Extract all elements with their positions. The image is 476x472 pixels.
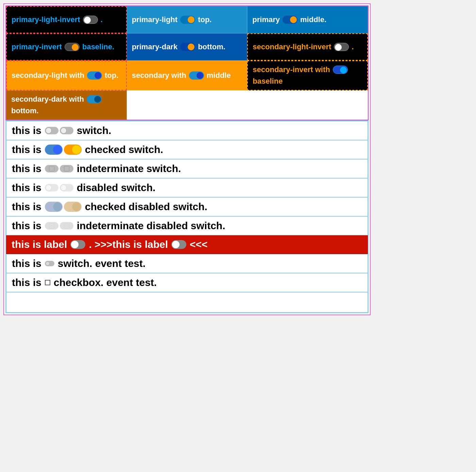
demo-suffix: <<< — [190, 239, 208, 250]
cell-label: primary-light-invert — [12, 15, 80, 24]
cell-label: primary-invert — [12, 43, 62, 51]
cell-label: secondary-invert with — [253, 65, 330, 74]
grid-cell-primary-light: primary-light top. — [127, 6, 248, 33]
demo-row-disabled: this is disabled switch. — [6, 178, 368, 197]
cell-suffix: top. — [198, 15, 211, 24]
toggle-sec-dark[interactable] — [87, 95, 102, 103]
grid-cell-sec-invert: secondary-invert with baseline — [247, 61, 368, 90]
switch-pair-disabled — [45, 184, 73, 191]
demo-mid: . >>>this is label — [89, 239, 168, 250]
demo-prefix: this is — [12, 125, 41, 136]
demo-suffix: switch. — [77, 125, 112, 136]
cell-suffix: . — [352, 43, 354, 51]
grid-cell-sec-dark: secondary-dark with bottom. — [6, 90, 127, 120]
demo-row-indet-disabled: this is indeterminate disabled switch. — [6, 216, 368, 235]
demo-suffix: checked disabled switch. — [85, 201, 207, 213]
switch-checked-blue[interactable] — [45, 145, 63, 155]
demo-suffix: checked switch. — [85, 144, 163, 155]
toggle-sec-light-invert[interactable] — [334, 43, 349, 51]
switch-unchecked-2[interactable] — [60, 127, 73, 134]
grid-cell-sec-light-invert: secondary-light-invert . — [247, 33, 368, 61]
toggle-sec-invert[interactable] — [333, 66, 348, 74]
switch-pair-checked-disabled — [45, 202, 82, 212]
switch-unchecked-1[interactable] — [45, 127, 58, 134]
cell-label: secondary-light-invert — [253, 43, 331, 51]
demo-suffix: indeterminate disabled switch. — [77, 220, 225, 232]
demo-suffix: indeterminate switch. — [77, 163, 181, 174]
demo-suffix: checkbox. event test. — [54, 277, 157, 288]
checkbox-event[interactable] — [45, 280, 50, 285]
cell-label: secondary-dark with — [11, 95, 84, 104]
demo-prefix: this is label — [12, 239, 67, 250]
switch-indet-2[interactable] — [60, 165, 73, 172]
switch-indet-1[interactable] — [45, 165, 58, 172]
grid-cell-primary-invert: primary-invert baseline. — [6, 33, 127, 61]
cell-suffix: . — [101, 15, 103, 24]
main-container: primary-light-invert . primary-light top… — [3, 3, 371, 315]
demo-prefix: this is — [12, 277, 41, 288]
demo-prefix: this is — [12, 258, 41, 269]
grid-cell-primary-light-invert: primary-light-invert . — [6, 6, 127, 33]
toggle-primary-light-invert[interactable] — [83, 16, 98, 24]
cell-suffix: top. — [105, 71, 118, 80]
toggle-sec-light[interactable] — [87, 71, 102, 80]
demo-row-checked-disabled: this is checked disabled switch. — [6, 197, 368, 216]
demo-row-label-red: this is label . >>>this is label <<< — [6, 235, 368, 254]
cell-suffix: baseline. — [82, 43, 114, 51]
switch-indet-disabled-2[interactable] — [60, 222, 73, 230]
switch-indet-disabled-1[interactable] — [45, 222, 58, 230]
toggle-primary-invert[interactable] — [65, 43, 80, 51]
demo-prefix: this is — [12, 163, 41, 174]
cell-suffix: middle. — [300, 15, 326, 24]
grid-cell-empty-2 — [247, 90, 368, 120]
switch-checked-disabled-yellow[interactable] — [64, 202, 82, 212]
demo-prefix: this is — [12, 201, 41, 213]
switch-pair-indet — [45, 165, 73, 172]
cell-label: primary — [252, 15, 280, 24]
cell-suffix: bottom. — [11, 106, 39, 115]
demo-prefix: this is — [12, 182, 41, 193]
cell-suffix: middle — [207, 71, 231, 80]
switch-pair-unchecked — [45, 127, 73, 134]
switch-label-white-2[interactable] — [171, 240, 186, 249]
demo-row-unchecked: this is switch. — [6, 121, 368, 140]
toggle-primary[interactable] — [283, 16, 298, 24]
cell-label: secondary-light with — [12, 71, 84, 80]
cell-suffix: baseline — [253, 77, 283, 86]
switch-label-white-1[interactable] — [70, 240, 85, 249]
demo-row-event-checkbox: this is checkbox. event test. — [6, 273, 368, 292]
grid-cell-primary-dark: primary-dark bottom. — [127, 33, 248, 61]
switch-pair-indet-disabled — [45, 222, 73, 230]
grid-cell-primary: primary middle. — [247, 6, 368, 33]
demo-prefix: this is — [12, 220, 41, 232]
switch-disabled-1[interactable] — [45, 184, 58, 191]
top-grid: primary-light-invert . primary-light top… — [5, 5, 369, 120]
demo-row-indeterminate: this is indeterminate switch. — [6, 159, 368, 178]
demo-row-checked: this is checked switch. — [6, 140, 368, 159]
switch-event-small[interactable] — [45, 261, 54, 266]
empty-row — [6, 292, 368, 313]
toggle-sec-middle[interactable] — [189, 71, 204, 80]
cell-label: secondary with — [132, 71, 186, 80]
toggle-primary-light[interactable] — [180, 16, 195, 24]
switch-checked-yellow[interactable] — [64, 145, 82, 155]
grid-cell-sec-light: secondary-light with top. — [6, 61, 127, 90]
cell-suffix: bottom. — [198, 43, 225, 51]
switch-pair-checked — [45, 145, 82, 155]
cell-label: primary-dark — [132, 43, 178, 51]
grid-cell-sec-middle: secondary with middle — [127, 61, 248, 90]
toggle-primary-dark[interactable] — [180, 43, 195, 51]
grid-cell-empty-1 — [127, 90, 248, 120]
demo-section: this is switch. this is — [5, 120, 369, 313]
cell-label: primary-light — [132, 15, 177, 24]
demo-row-event-switch: this is switch. event test. — [6, 254, 368, 273]
switch-disabled-2[interactable] — [60, 184, 73, 191]
demo-suffix: switch. event test. — [58, 258, 146, 269]
demo-suffix: disabled switch. — [77, 182, 156, 193]
demo-prefix: this is — [12, 144, 41, 155]
switch-checked-disabled-blue[interactable] — [45, 202, 63, 212]
